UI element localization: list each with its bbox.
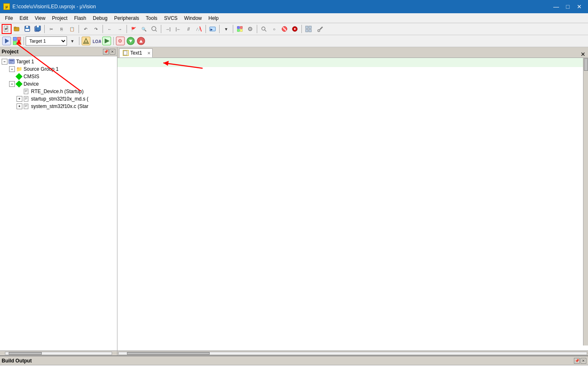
download-button[interactable]: LOAD	[91, 36, 101, 46]
rte-file-icon	[23, 88, 30, 95]
svg-line-37	[320, 29, 321, 30]
download2-button[interactable]	[126, 36, 136, 46]
new-file-button[interactable]	[2, 24, 12, 34]
panel-close-button[interactable]: ✕	[110, 49, 115, 55]
editor-vscroll-thumb[interactable]	[584, 58, 588, 71]
menu-tools[interactable]: Tools	[143, 14, 161, 22]
debug-btn[interactable]	[290, 24, 300, 34]
tree-item-device[interactable]: − Device	[0, 80, 117, 88]
expand-system[interactable]: +	[17, 103, 22, 109]
menu-help[interactable]: Help	[205, 14, 222, 22]
paste-button[interactable]: 📋	[67, 24, 77, 34]
menu-svcs[interactable]: SVCS	[161, 14, 181, 22]
editor-area: Text1 ✕ ✕	[117, 47, 588, 355]
nav-back-button[interactable]: ←	[105, 24, 115, 34]
tree-item-cmsis[interactable]: CMSIS	[0, 73, 117, 80]
expand-startup[interactable]: +	[17, 96, 22, 102]
editor-scrollbar-h[interactable]	[117, 350, 588, 355]
project-scroll-thumb[interactable]	[9, 352, 42, 355]
device-label: Device	[24, 81, 39, 87]
tree-item-system[interactable]: + system_stm32f10x.c (Star	[0, 103, 117, 110]
sep10	[301, 25, 302, 33]
build-target-button[interactable]	[81, 36, 91, 46]
menu-bar: File Edit View Project Flash Debug Perip…	[0, 13, 588, 23]
svg-rect-71	[124, 51, 127, 55]
open-file-button[interactable]	[12, 24, 22, 34]
rte-device-label: RTE_Device.h (Startup)	[31, 89, 84, 94]
target-dropdown-btn[interactable]: ▼	[67, 36, 77, 46]
panel-pin-button[interactable]: 📌	[103, 49, 109, 55]
build-close-button[interactable]: ✕	[581, 358, 586, 364]
settings-button[interactable]	[245, 24, 255, 34]
indent-button[interactable]: →|	[163, 24, 173, 34]
main-area: Project 📌 ✕ − Target 1	[0, 47, 588, 355]
tree-item-rte-device[interactable]: RTE_Device.h (Startup)	[0, 88, 117, 95]
save-button[interactable]	[22, 24, 32, 34]
wrench-button[interactable]	[316, 24, 325, 34]
menu-project[interactable]: Project	[49, 14, 71, 22]
redo-button[interactable]: ↷	[91, 24, 101, 34]
manage-components-button[interactable]	[12, 36, 22, 46]
run-manage-button[interactable]	[2, 36, 12, 46]
copy-button[interactable]: ⎘	[57, 24, 67, 34]
tree-item-source-group[interactable]: − 📁 Source Group 1	[0, 65, 117, 73]
editor-close-button[interactable]: ✕	[578, 51, 588, 58]
config-wizard-button[interactable]: ⚙	[115, 36, 125, 46]
stop-btn[interactable]	[280, 24, 289, 34]
target-icon	[8, 58, 15, 65]
menu-window[interactable]: Window	[181, 14, 205, 22]
manage-button[interactable]	[235, 24, 245, 34]
tab-text1[interactable]: Text1 ✕	[119, 48, 153, 58]
expand-device[interactable]: −	[9, 81, 15, 87]
svg-text://: //	[196, 27, 201, 31]
minimize-button[interactable]: —	[551, 2, 562, 11]
cut-button[interactable]: ✂	[46, 24, 56, 34]
expand-source-group[interactable]: −	[9, 66, 15, 72]
menu-flash[interactable]: Flash	[71, 14, 89, 22]
undo-button[interactable]: ↶	[81, 24, 91, 34]
maximize-button[interactable]: □	[562, 2, 573, 11]
unindent-button[interactable]: |←	[173, 24, 183, 34]
tab-file-icon	[123, 50, 129, 56]
close-button[interactable]: ✕	[574, 2, 585, 11]
build-pin-button[interactable]: 📌	[574, 358, 580, 364]
batch-build-button[interactable]: ▶	[208, 24, 218, 34]
menu-edit[interactable]: Edit	[16, 14, 31, 22]
erase-button[interactable]	[136, 36, 146, 46]
menu-view[interactable]: View	[31, 14, 49, 22]
svg-rect-41	[17, 37, 21, 41]
svg-rect-20	[237, 26, 239, 29]
project-scrollbar-h[interactable]	[0, 350, 117, 355]
svg-rect-35	[309, 29, 311, 32]
menu-debug[interactable]: Debug	[90, 14, 111, 22]
tree-item-target1[interactable]: − Target 1	[0, 58, 117, 65]
nav-fwd-button[interactable]: →	[115, 24, 125, 34]
find-all-button[interactable]	[149, 24, 159, 34]
uncomment-button[interactable]: //	[194, 24, 204, 34]
svg-line-27	[265, 30, 266, 31]
svg-rect-40	[13, 37, 17, 41]
sep6	[206, 25, 206, 33]
editor-content[interactable]	[117, 58, 588, 350]
editor-scrollbar-v[interactable]	[583, 58, 588, 345]
bookmark-button[interactable]: 🚩	[129, 24, 139, 34]
sep1	[44, 25, 45, 33]
find-button[interactable]: 🔍	[139, 24, 149, 34]
view-btn[interactable]	[304, 24, 313, 34]
expand-target1[interactable]: −	[2, 59, 7, 65]
tree-item-startup[interactable]: + startup_stm32f10x_md.s (	[0, 95, 117, 103]
menu-peripherals[interactable]: Peripherals	[111, 14, 143, 22]
target-dropdown[interactable]: Target 1	[26, 36, 67, 46]
menu-file[interactable]: File	[2, 14, 16, 22]
svg-rect-43	[17, 41, 21, 45]
editor-hscroll-thumb[interactable]	[127, 352, 210, 355]
search-button2[interactable]	[259, 24, 269, 34]
comment-button[interactable]: //	[184, 24, 194, 34]
start-debug-button[interactable]	[102, 36, 112, 46]
dropdown-arrow[interactable]: ▼	[221, 24, 231, 34]
save-all-button[interactable]	[33, 24, 43, 34]
sep2	[79, 25, 79, 33]
circle-btn[interactable]: ○	[269, 24, 279, 34]
svg-rect-57	[10, 60, 14, 61]
tab-close-button[interactable]: ✕	[147, 51, 151, 55]
